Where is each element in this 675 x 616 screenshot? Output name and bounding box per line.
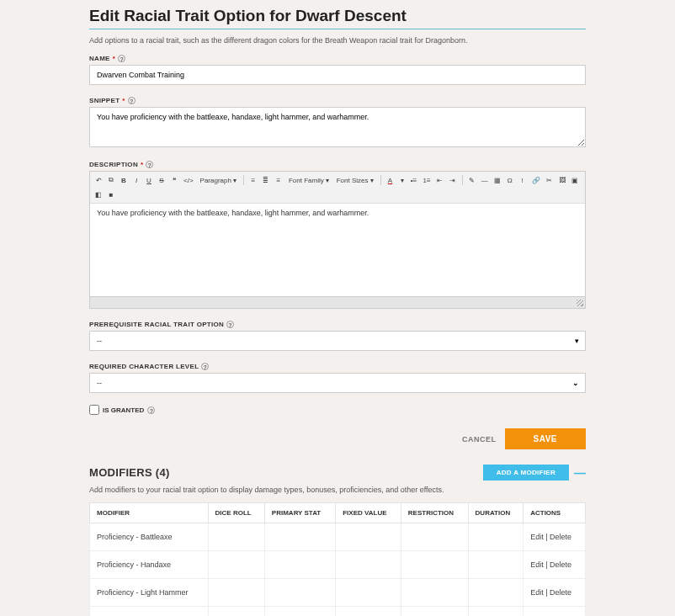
cancel-button[interactable]: CANCEL (462, 435, 497, 443)
cell-actions: Edit | Delete (524, 579, 586, 607)
collapse-icon[interactable]: — (574, 466, 586, 480)
cell-actions: Edit | Delete (524, 551, 586, 579)
cell-diceroll (208, 523, 264, 551)
cell-modifier: Proficiency - Warhammer (90, 607, 209, 617)
cell-fixedvalue (336, 607, 401, 617)
source-icon[interactable]: ⧉ (106, 174, 116, 186)
cell-restriction (401, 551, 468, 579)
fullscreen-icon[interactable]: ■ (106, 189, 116, 200)
cell-modifier: Proficiency - Handaxe (90, 551, 209, 579)
unlink-icon[interactable]: ✂ (545, 174, 555, 186)
rte-toolbar: ↶ ⧉ B I U S ❝ </> Paragraph▾ ≡ ≣ ≡ Font … (90, 172, 585, 204)
quote-icon[interactable]: ❝ (169, 174, 179, 186)
edit-link[interactable]: Edit (530, 588, 544, 597)
reqlevel-select[interactable]: -- (89, 373, 586, 393)
cell-diceroll (208, 551, 264, 579)
cell-diceroll (208, 607, 264, 617)
col-diceroll: DICE ROLL (208, 503, 264, 523)
prereq-select[interactable]: -- (89, 331, 586, 351)
fontfamily-dropdown[interactable]: Font Family▾ (286, 174, 332, 186)
page-subtitle: Add options to a racial trait, such as t… (89, 36, 586, 45)
chevron-down-icon: ▾ (326, 177, 329, 184)
page-title: Edit Racial Trait Option for Dwarf Desce… (89, 7, 586, 29)
image-icon[interactable]: 🖼 (557, 174, 567, 186)
cell-fixedvalue (336, 551, 401, 579)
table-row: Proficiency - WarhammerEdit | Delete (90, 607, 586, 617)
required-indicator: * (141, 161, 143, 168)
help-icon[interactable]: ? (201, 363, 209, 370)
save-button[interactable]: SAVE (505, 428, 587, 449)
cell-primarystat (264, 551, 335, 579)
rte-statusbar[interactable] (90, 296, 585, 308)
special-char-icon[interactable]: Ω (505, 174, 515, 186)
anchor-icon[interactable]: ! (518, 174, 528, 186)
table-row: Proficiency - HandaxeEdit | Delete (90, 551, 586, 579)
edit-link[interactable]: Edit (530, 533, 544, 541)
cell-diceroll (208, 579, 264, 607)
cell-restriction (401, 607, 468, 617)
underline-icon[interactable]: U (144, 174, 154, 186)
col-modifier: MODIFIER (90, 503, 209, 523)
textcolor-dropdown[interactable]: ▾ (398, 174, 407, 186)
col-duration: DURATION (468, 503, 524, 523)
snippet-input[interactable]: You have proficiency with the battleaxe,… (89, 107, 586, 147)
col-primarystat: PRIMARY STAT (264, 503, 335, 523)
textcolor-icon[interactable]: A (385, 174, 396, 186)
field-reqlevel: REQUIRED CHARACTER LEVEL ? -- ⌄ (89, 363, 586, 393)
modifiers-desc: Add modifiers to your racial trait optio… (89, 486, 586, 494)
help-icon[interactable]: ? (147, 406, 155, 414)
clear-format-icon[interactable]: ✎ (467, 174, 477, 186)
align-center-icon[interactable]: ≣ (261, 174, 271, 186)
help-icon[interactable]: ? (118, 55, 125, 62)
link-icon[interactable]: 🔗 (530, 174, 542, 186)
cell-restriction (401, 579, 468, 607)
description-body[interactable]: You have proficiency with the battleaxe,… (90, 204, 585, 296)
fontsize-dropdown[interactable]: Font Sizes▾ (334, 174, 376, 186)
embed-icon[interactable]: ◧ (93, 189, 104, 200)
align-right-icon[interactable]: ≡ (274, 174, 284, 186)
table-row: Proficiency - BattleaxeEdit | Delete (90, 523, 586, 551)
granted-label: IS GRANTED (103, 406, 144, 414)
prereq-label: PREREQUISITE RACIAL TRAIT OPTION (89, 321, 224, 328)
number-list-icon[interactable]: 1≡ (422, 174, 433, 186)
cell-primarystat (264, 523, 335, 551)
delete-link[interactable]: Delete (550, 560, 571, 569)
cell-actions: Edit | Delete (524, 607, 586, 617)
edit-link[interactable]: Edit (530, 560, 544, 569)
outdent-icon[interactable]: ⇤ (435, 174, 445, 186)
hr-icon[interactable]: ― (480, 174, 490, 186)
delete-link[interactable]: Delete (550, 533, 571, 541)
table-icon[interactable]: ▦ (492, 174, 502, 186)
align-left-icon[interactable]: ≡ (248, 174, 258, 186)
cell-duration (468, 551, 524, 579)
cell-modifier: Proficiency - Light Hammer (90, 579, 209, 607)
italic-icon[interactable]: I (131, 174, 141, 186)
cell-duration (468, 607, 524, 617)
name-input[interactable] (89, 65, 586, 85)
cell-actions: Edit | Delete (524, 523, 586, 551)
paragraph-dropdown[interactable]: Paragraph▾ (198, 174, 239, 186)
field-description: DESCRIPTION * ? ↶ ⧉ B I U S ❝ </> Paragr… (89, 161, 586, 309)
cell-fixedvalue (336, 523, 401, 551)
undo-icon[interactable]: ↶ (93, 174, 104, 186)
delete-link[interactable]: Delete (550, 588, 571, 597)
help-icon[interactable]: ? (226, 321, 234, 328)
media-icon[interactable]: ▣ (570, 174, 580, 186)
indent-icon[interactable]: ⇥ (448, 174, 458, 186)
cell-primarystat (264, 579, 335, 607)
bullet-list-icon[interactable]: •≡ (409, 174, 419, 186)
bold-icon[interactable]: B (119, 174, 129, 186)
strike-icon[interactable]: S (157, 174, 167, 186)
modifiers-table: MODIFIER DICE ROLL PRIMARY STAT FIXED VA… (89, 502, 586, 616)
cell-modifier: Proficiency - Battleaxe (90, 523, 209, 551)
col-restriction: RESTRICTION (401, 503, 468, 523)
name-label: NAME (89, 55, 110, 62)
required-indicator: * (122, 97, 125, 104)
help-icon[interactable]: ? (146, 161, 153, 168)
add-modifier-button[interactable]: ADD A MODIFIER (483, 465, 569, 481)
granted-checkbox[interactable] (89, 405, 99, 415)
separator (380, 175, 381, 185)
code-icon[interactable]: </> (182, 174, 195, 186)
help-icon[interactable]: ? (128, 97, 136, 104)
separator (243, 175, 244, 185)
